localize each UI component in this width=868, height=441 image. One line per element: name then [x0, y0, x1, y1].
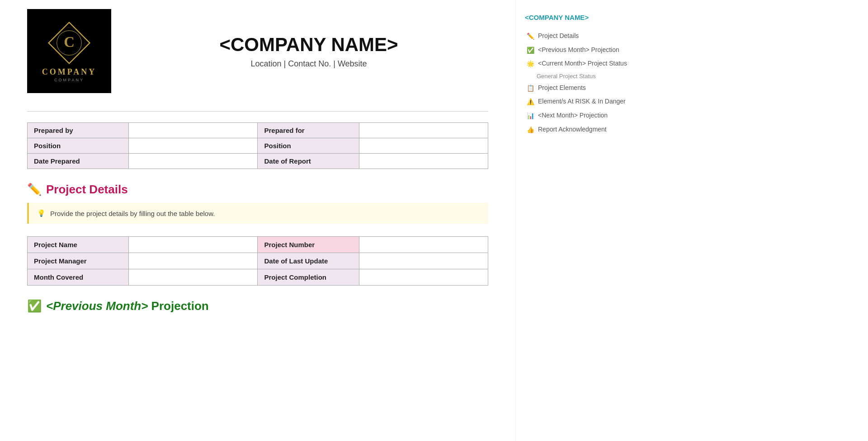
label-cell-date-report: Date of Report [258, 154, 359, 169]
table-row: Project Name Project Number [28, 237, 488, 253]
logo-text-label: COMPANY [42, 67, 97, 77]
logo-diamond: C [47, 20, 92, 66]
label-date-last-update: Date of Last Update [258, 253, 359, 269]
table-row: Project Manager Date of Last Update [28, 253, 488, 269]
header-section: C COMPANY COMPANY <COMPANY NAME> Locatio… [27, 9, 488, 102]
pencil-icon: ✏️ [527, 32, 534, 41]
label-cell-position-left: Position [28, 138, 129, 154]
table-row: Month Covered Project Completion [28, 269, 488, 286]
label-project-number: Project Number [258, 237, 359, 253]
header-divider [27, 111, 488, 112]
value-project-number[interactable] [359, 237, 488, 253]
label-cell-prepared-by: Prepared by [28, 123, 129, 138]
sidebar-item-prev-month[interactable]: ✅ <Previous Month> Projection [525, 43, 633, 57]
value-cell-position-right[interactable] [359, 138, 488, 154]
project-details-emoji: ✏️ [27, 183, 42, 197]
info-table: Prepared by Prepared for Position Positi… [27, 122, 488, 169]
sidebar-item-next-month[interactable]: 📊 <Next Month> Projection [525, 109, 633, 123]
sidebar-item-elements-at-risk[interactable]: ⚠️ Element/s At RISK & In Danger [525, 95, 633, 109]
value-cell-date-report[interactable] [359, 154, 488, 169]
project-details-heading: ✏️ Project Details [27, 183, 488, 197]
sidebar-sub-item-general-status[interactable]: General Project Status [525, 71, 633, 81]
label-project-name: Project Name [28, 237, 129, 253]
sidebar-label-project-details: Project Details [538, 32, 579, 41]
value-month-covered[interactable] [129, 269, 258, 286]
label-project-completion: Project Completion [258, 269, 359, 286]
callout-box: 💡 Provide the project details by filling… [27, 203, 488, 224]
value-project-name[interactable] [129, 237, 258, 253]
value-project-manager[interactable] [129, 253, 258, 269]
company-name-heading: <COMPANY NAME> [129, 34, 488, 56]
sidebar-label-elements-at-risk: Element/s At RISK & In Danger [538, 97, 626, 106]
value-date-last-update[interactable] [359, 253, 488, 269]
label-cell-position-right: Position [258, 138, 359, 154]
sidebar-item-project-details[interactable]: ✏️ Project Details [525, 29, 633, 43]
sidebar-item-project-elements[interactable]: 📋 Project Elements [525, 81, 633, 95]
warning-icon: ⚠️ [527, 98, 534, 107]
project-table: Project Name Project Number Project Mana… [27, 236, 488, 286]
sidebar-label-next-month: <Next Month> Projection [538, 111, 608, 120]
thumbsup-icon: 👍 [527, 126, 534, 135]
logo-box: C COMPANY COMPANY [27, 9, 111, 93]
sidebar-item-current-month[interactable]: 🌟 <Current Month> Project Status [525, 57, 633, 71]
value-cell-date-prepared[interactable] [129, 154, 258, 169]
prev-month-title: <Previous Month> Projection [46, 299, 209, 313]
main-content: C COMPANY COMPANY <COMPANY NAME> Locatio… [0, 0, 515, 441]
prev-month-emoji: ✅ [27, 299, 42, 313]
label-month-covered: Month Covered [28, 269, 129, 286]
table-row: Prepared by Prepared for [28, 123, 488, 138]
logo-sub-label: COMPANY [54, 78, 84, 82]
callout-text: Provide the project details by filling o… [50, 210, 215, 217]
project-details-title: Project Details [46, 183, 128, 197]
company-info: Location | Contact No. | Website [129, 59, 488, 69]
sidebar-label-prev-month: <Previous Month> Projection [538, 46, 619, 55]
sidebar-company-name[interactable]: <COMPANY NAME> [525, 14, 633, 21]
company-title-block: <COMPANY NAME> Location | Contact No. | … [129, 34, 488, 69]
value-cell-prepared-by[interactable] [129, 123, 258, 138]
prev-month-heading: ✅ <Previous Month> Projection [27, 299, 488, 313]
sidebar-label-current-month: <Current Month> Project Status [538, 59, 627, 68]
label-cell-date-prepared: Date Prepared [28, 154, 129, 169]
value-cell-position-left[interactable] [129, 138, 258, 154]
sidebar-sub-label-general-status: General Project Status [537, 73, 596, 80]
check-icon: ✅ [527, 46, 534, 55]
sidebar: <COMPANY NAME> ✏️ Project Details ✅ <Pre… [515, 0, 642, 441]
label-cell-prepared-for: Prepared for [258, 123, 359, 138]
sidebar-label-project-elements: Project Elements [538, 84, 586, 93]
sidebar-item-report-acknowledgment[interactable]: 👍 Report Acknowledgment [525, 123, 633, 137]
clipboard-icon: 📋 [527, 84, 534, 93]
star-icon: 🌟 [527, 60, 534, 69]
label-project-manager: Project Manager [28, 253, 129, 269]
value-project-completion[interactable] [359, 269, 488, 286]
callout-emoji: 💡 [37, 209, 46, 217]
table-row: Date Prepared Date of Report [28, 154, 488, 169]
value-cell-prepared-for[interactable] [359, 123, 488, 138]
svg-text:C: C [64, 34, 75, 50]
sidebar-label-report-acknowledgment: Report Acknowledgment [538, 125, 607, 134]
chart-icon: 📊 [527, 112, 534, 121]
table-row: Position Position [28, 138, 488, 154]
